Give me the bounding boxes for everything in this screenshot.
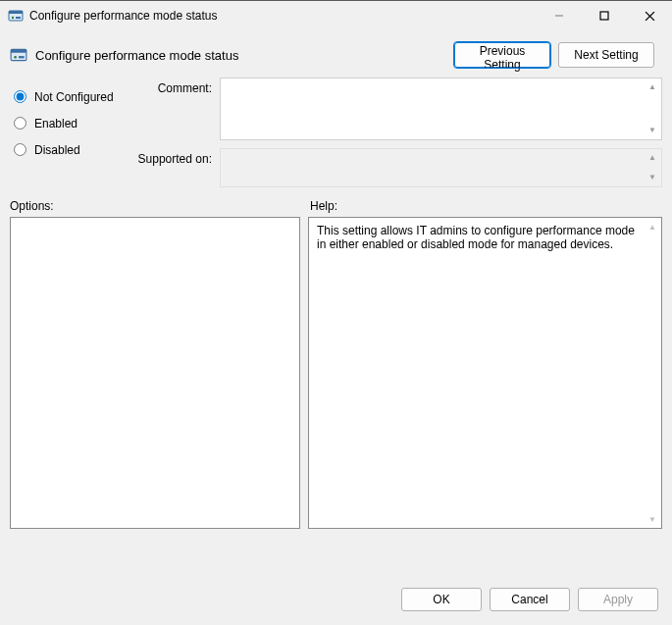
minimize-button[interactable] (537, 1, 582, 30)
help-label: Help: (304, 199, 662, 213)
cancel-button[interactable]: Cancel (490, 588, 570, 611)
dialog-footer: OK Cancel Apply (0, 576, 672, 625)
help-text: This setting allows IT admins to configu… (317, 224, 635, 251)
help-scrollbar: ▲ ▼ (646, 220, 659, 526)
scroll-down-icon[interactable]: ▼ (646, 124, 659, 137)
policy-icon (8, 8, 24, 24)
svg-rect-3 (16, 17, 21, 19)
next-setting-button[interactable]: Next Setting (558, 42, 654, 68)
options-pane (10, 217, 300, 529)
ok-button[interactable]: OK (401, 588, 482, 611)
radio-not-configured[interactable] (14, 90, 26, 103)
options-label: Options: (10, 199, 304, 213)
apply-button: Apply (578, 588, 658, 611)
comment-scroll: ▲ ▼ (646, 80, 659, 137)
comment-label: Comment: (141, 78, 212, 140)
svg-rect-9 (11, 49, 26, 52)
supported-scroll: ▲ ▼ (646, 151, 659, 184)
scroll-up-icon[interactable]: ▲ (646, 80, 659, 94)
svg-rect-11 (19, 56, 25, 58)
svg-point-10 (14, 56, 17, 59)
setting-title: Configure performance mode status (35, 48, 238, 63)
scroll-down-icon[interactable]: ▼ (646, 512, 659, 526)
supported-on-field: ▲ ▼ (220, 148, 662, 187)
scroll-down-icon[interactable]: ▼ (646, 171, 659, 184)
window-title: Configure performance mode status (29, 9, 537, 23)
pane-labels: Options: Help: (0, 187, 672, 217)
window-controls (537, 1, 672, 30)
policy-icon (10, 46, 27, 64)
scroll-up-icon[interactable]: ▲ (646, 151, 659, 165)
panes: This setting allows IT admins to configu… (0, 217, 672, 576)
gpo-setting-dialog: Configure performance mode status (0, 0, 672, 625)
state-radio-group: Not Configured Enabled Disabled (14, 78, 141, 187)
supported-on-label: Supported on: (128, 148, 212, 187)
help-pane: This setting allows IT admins to configu… (308, 217, 662, 529)
close-button[interactable] (627, 1, 672, 30)
radio-label-disabled[interactable]: Disabled (34, 143, 80, 157)
radio-disabled[interactable] (14, 143, 26, 156)
svg-rect-5 (600, 12, 608, 20)
scroll-up-icon[interactable]: ▲ (646, 220, 659, 234)
maximize-button[interactable] (582, 1, 627, 30)
radio-enabled[interactable] (14, 117, 26, 130)
svg-rect-1 (9, 11, 23, 14)
config-area: Not Configured Enabled Disabled Comment:… (0, 72, 672, 187)
previous-setting-button[interactable]: Previous Setting (454, 42, 550, 68)
radio-label-enabled[interactable]: Enabled (34, 117, 78, 130)
titlebar: Configure performance mode status (0, 1, 672, 30)
svg-point-2 (12, 17, 14, 19)
radio-label-not-configured[interactable]: Not Configured (34, 90, 114, 104)
setting-header: Configure performance mode status Previo… (0, 30, 672, 72)
comment-field[interactable]: ▲ ▼ (220, 78, 662, 140)
